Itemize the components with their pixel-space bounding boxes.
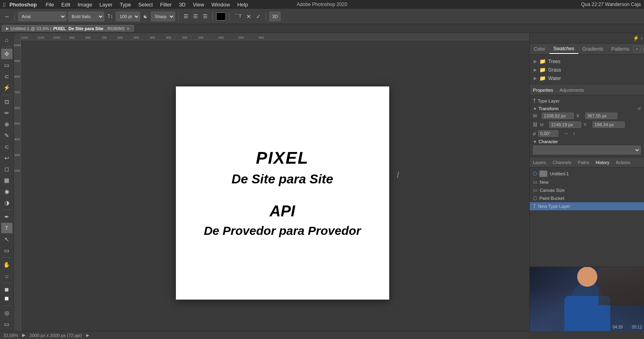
menu-layer[interactable]: Layer	[96, 1, 116, 8]
home-tool[interactable]: ⌂	[1, 35, 12, 45]
font-size-select[interactable]: 100 pt	[116, 12, 140, 21]
pattern-trees-row[interactable]: ▶ 📁 Trees	[531, 57, 642, 66]
font-family-select[interactable]: Arial	[18, 12, 66, 21]
tab-actions[interactable]: Actions	[613, 158, 634, 166]
menu-image[interactable]: Image	[74, 1, 95, 8]
menu-file[interactable]: File	[42, 1, 57, 8]
properties-content: T Type Layer ▼ Transform ↺ W X	[530, 95, 644, 157]
blur-tool[interactable]: ◉	[1, 186, 12, 197]
magic-wand-tool[interactable]: ⚡	[1, 82, 12, 93]
tab-color[interactable]: Color	[530, 45, 549, 53]
align-left-button[interactable]: ☰	[182, 12, 190, 20]
tab-mode: , RGB/8#)	[105, 26, 125, 31]
flip-v-icon[interactable]: ↕	[573, 131, 575, 136]
history-item-new-type-layer[interactable]: T New Type Layer	[530, 202, 644, 210]
tab-paths[interactable]: Paths	[575, 158, 592, 166]
history-snapshot-row: ⬡ Untitled-1	[530, 169, 644, 178]
tool-separator-5	[266, 12, 266, 21]
pen-tool[interactable]: ✒	[1, 212, 12, 222]
tab-history[interactable]: History	[592, 158, 613, 166]
quick-mask-tool[interactable]: ◎	[1, 308, 12, 318]
text-api: API	[270, 203, 295, 220]
panel-list-icon[interactable]: ▤	[641, 46, 644, 52]
eraser-tool[interactable]: ◻	[1, 164, 12, 174]
commit-changes-button[interactable]: ✓	[254, 12, 262, 21]
y-value-input[interactable]	[592, 121, 625, 128]
history-canvas-size-label: Canvas Size	[540, 188, 565, 193]
move-tool-icon[interactable]: ↔	[2, 12, 11, 21]
character-collapse-icon[interactable]: ▼	[533, 140, 537, 144]
background-color-swatch[interactable]: ■	[1, 294, 12, 304]
app-name: Photoshop	[9, 2, 37, 8]
move-tool[interactable]: ✜	[1, 49, 12, 59]
close-tab-icon[interactable]: ✕	[126, 27, 130, 31]
ruler-horizontal: 1200 1100 1000 900 800 700 600 500 400 3…	[14, 33, 529, 40]
gradient-tool[interactable]: ▦	[1, 175, 12, 185]
history-brush-tool[interactable]: ↩	[1, 153, 12, 163]
right-panel-collapse-icon[interactable]: ›	[641, 35, 642, 41]
history-item-paint-bucket[interactable]: ⬡ Paint Bucket	[530, 194, 644, 202]
menu-edit[interactable]: Edit	[58, 1, 73, 8]
crop-tool[interactable]: ⊡	[1, 97, 12, 107]
align-right-button[interactable]: ☰	[201, 12, 209, 20]
tab-properties[interactable]: Properties	[530, 86, 556, 94]
transform-collapse-icon[interactable]: ▼	[533, 107, 537, 111]
clone-tool[interactable]: ⊂	[1, 142, 12, 152]
tab-layers[interactable]: Layers	[530, 158, 549, 166]
dodge-tool[interactable]: ◑	[1, 197, 12, 208]
tab-channels[interactable]: Channels	[549, 158, 574, 166]
toggle-3d-button[interactable]: 3D	[269, 12, 281, 21]
text-de-provedor: De Provedor para Provedor	[204, 224, 361, 238]
document-tab[interactable]: ▶ Untitled-1 @ 33,6% ( PIXEL De Site par…	[2, 25, 134, 32]
canvas-scroll[interactable]: PIXEL De Site para Site API De Provedor …	[28, 47, 529, 331]
tab-adjustments[interactable]: Adjustments	[556, 86, 587, 94]
eyedropper-tool[interactable]: ✏	[1, 108, 12, 118]
status-arrow-button[interactable]: ▶	[86, 333, 89, 337]
menu-help[interactable]: Help	[234, 1, 251, 8]
pattern-water-label: Water	[548, 76, 561, 81]
cancel-changes-button[interactable]: ✕	[245, 12, 253, 21]
shape-tool[interactable]: ▭	[1, 245, 12, 256]
lasso-tool[interactable]: ⊂	[1, 71, 12, 82]
pattern-water-row[interactable]: ▶ 📁 Water	[531, 74, 642, 82]
zoom-tool[interactable]: ⌕	[1, 271, 12, 281]
menu-window[interactable]: Window	[208, 1, 233, 8]
w-value-input[interactable]	[542, 113, 574, 119]
panel-menu-icon[interactable]: ≡	[633, 46, 640, 52]
tab-patterns[interactable]: Patterns	[607, 45, 634, 53]
menu-type[interactable]: Type	[116, 1, 134, 8]
hand-tool[interactable]: ✋	[1, 259, 12, 270]
menu-view[interactable]: View	[190, 1, 207, 8]
folder-water-icon: 📁	[539, 75, 546, 81]
path-selection-tool[interactable]: ↖	[1, 234, 12, 244]
type-layer-text: Type Layer	[538, 99, 559, 103]
x-value-input[interactable]	[585, 113, 617, 119]
warp-text-button[interactable]: ⌒T	[233, 12, 243, 20]
menu-filter[interactable]: Filter	[157, 1, 175, 8]
menu-3d[interactable]: 3D	[176, 1, 189, 8]
flip-h-icon[interactable]: ↔	[564, 131, 569, 136]
align-center-button[interactable]: ☰	[192, 12, 200, 20]
character-font-select[interactable]	[533, 146, 641, 154]
pattern-grass-label: Grass	[548, 67, 561, 73]
history-item-canvas-size[interactable]: ▭ Canvas Size	[530, 186, 644, 194]
screen-mode-tool[interactable]: ▭	[1, 319, 12, 329]
angle-input[interactable]	[538, 130, 558, 137]
type-tool[interactable]: T	[1, 223, 12, 233]
reset-transform-icon[interactable]: ↺	[638, 107, 641, 111]
h-value-input[interactable]	[549, 121, 581, 128]
selection-tool[interactable]: ▭	[1, 60, 12, 70]
anti-alias-select[interactable]: Sharp	[151, 12, 175, 21]
link-wh-icon[interactable]: ⛓	[533, 122, 538, 127]
font-style-select[interactable]: Bold Italic	[68, 12, 104, 21]
pattern-grass-row[interactable]: ▶ 📁 Grass	[531, 66, 642, 74]
history-item-new[interactable]: ▭ New	[530, 178, 644, 186]
menu-select[interactable]: Select	[135, 1, 156, 8]
healing-tool[interactable]: ⊕	[1, 119, 12, 129]
tab-layer-name: PIXEL De Site para Site	[53, 26, 103, 31]
text-color-swatch[interactable]	[216, 12, 226, 21]
ai-assistant-icon[interactable]: ⚡	[633, 35, 639, 41]
brush-tool[interactable]: ✎	[1, 130, 12, 141]
tab-swatches[interactable]: Swatches	[549, 44, 578, 54]
tab-gradients[interactable]: Gradients	[578, 45, 607, 53]
